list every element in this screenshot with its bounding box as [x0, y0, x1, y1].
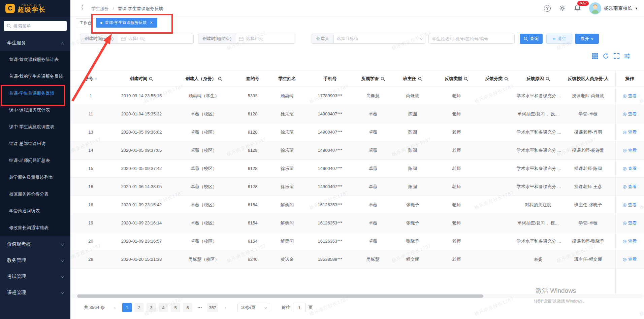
view-link[interactable]: ◎查看	[623, 93, 637, 99]
column-header[interactable]: 创建人（身份）	[172, 76, 236, 82]
creator-select[interactable]: 选择目标值 ∨	[333, 34, 425, 44]
column-search-icon[interactable]	[546, 77, 550, 81]
sidebar-item[interactable]: 结课-老师问题汇总表	[0, 152, 70, 169]
goto-page-input[interactable]	[293, 303, 306, 312]
sidebar-item[interactable]: 结课-总部结课回访	[0, 135, 70, 152]
prev-page-button[interactable]: ‹	[110, 303, 120, 312]
page-size-select[interactable]: 10条/页 ∨	[237, 303, 270, 312]
column-header[interactable]: 学生姓名	[269, 76, 305, 82]
horizontal-scrollbar-thumb[interactable]	[77, 294, 483, 298]
sidebar-section[interactable]: 价值观考核∨	[0, 236, 70, 252]
tab-first-lesson-feedback[interactable]: 首课-学生首课服务反馈 ✕	[96, 18, 157, 28]
view-link[interactable]: ◎查看	[623, 184, 637, 190]
column-search-icon[interactable]	[149, 77, 153, 81]
sidebar-item[interactable]: 首课-首次课程服务统计表	[0, 51, 70, 68]
table-cell: 2020-01-20 15:21:38	[111, 257, 172, 262]
sidebar-search-input[interactable]	[4, 21, 67, 31]
column-header[interactable]: 签约号	[236, 76, 269, 82]
column-header[interactable]: 操作	[615, 76, 644, 82]
search-icon	[7, 24, 11, 28]
clear-button[interactable]: ⊗ 清空	[546, 34, 572, 44]
sidebar-item[interactable]: 校区服务评价得分表	[0, 186, 70, 203]
query-button[interactable]: 查询	[520, 34, 543, 44]
table-cell: 6154	[236, 220, 269, 225]
view-link[interactable]: ◎查看	[623, 129, 637, 135]
breadcrumb-parent[interactable]: 学生服务	[91, 6, 109, 11]
page-ellipsis[interactable]: •••	[195, 303, 204, 312]
table-cell: 卓薇（校区）	[172, 184, 236, 190]
sidebar-item[interactable]: 修改家长沟通审核表	[0, 219, 70, 236]
table-cell: 6128	[236, 148, 269, 153]
page-button[interactable]: 2	[134, 303, 144, 312]
expand-button-label: 展开	[580, 36, 589, 42]
column-header-label: 序号	[85, 76, 93, 82]
column-search-icon[interactable]	[218, 77, 222, 81]
column-header[interactable]: 反馈类型	[434, 76, 478, 82]
view-link[interactable]: ◎查看	[623, 147, 637, 153]
column-header[interactable]: 班主任	[391, 76, 434, 82]
sidebar-item[interactable]: 课中-课程服务统计表	[0, 102, 70, 118]
sidebar-section-label: 学生服务	[7, 40, 26, 46]
start-date-picker[interactable]: 选择日期	[118, 34, 194, 44]
page-button[interactable]: 357	[207, 303, 218, 312]
sidebar-section[interactable]: 教务管理∨	[0, 252, 70, 269]
help-icon[interactable]: ?	[544, 5, 551, 12]
sidebar-section[interactable]: 考试管理∨	[0, 269, 70, 285]
sidebar-item[interactable]: 超学服务质量反馈列表	[0, 169, 70, 186]
tab-active-dot-icon	[100, 22, 102, 24]
sidebar-item[interactable]: 首课-我的学生首课服务反馈	[0, 68, 70, 85]
expand-button[interactable]: 展开 ∨	[575, 34, 599, 44]
user-menu[interactable]: 杨乐南京校长 ▼	[589, 2, 638, 14]
column-header[interactable]: 反馈分类	[478, 76, 515, 82]
page-button[interactable]: 6	[183, 303, 192, 312]
view-link[interactable]: ◎查看	[623, 220, 637, 226]
sort-icon[interactable]: ▲▼	[95, 77, 97, 80]
view-link[interactable]: ◎查看	[623, 111, 637, 117]
next-page-button[interactable]: ›	[221, 303, 230, 312]
page-button[interactable]: 4	[159, 303, 168, 312]
fullscreen-icon[interactable]	[613, 53, 620, 59]
chevron-down-icon: ∨	[60, 243, 64, 246]
end-date-picker[interactable]: 选择日期	[236, 34, 295, 44]
column-search-icon[interactable]	[504, 77, 509, 81]
windows-activation-title: 激活 Windows	[536, 286, 576, 295]
table-cell: 老师	[434, 93, 478, 99]
sidebar-item[interactable]: 学管沟通回访表	[0, 203, 70, 219]
view-link[interactable]: ◎查看	[623, 202, 637, 208]
column-header[interactable]: 反馈校区人员身份-人	[561, 76, 615, 82]
column-search-icon[interactable]	[381, 77, 385, 81]
student-search-input[interactable]	[428, 34, 515, 44]
page-button[interactable]: 5	[171, 303, 180, 312]
table-cell: 16126353***	[305, 239, 355, 244]
column-header[interactable]: 创建时间	[111, 76, 172, 82]
column-header[interactable]: 手机号	[305, 76, 355, 82]
sidebar-section[interactable]: 课程管理∨	[0, 285, 70, 301]
column-search-icon[interactable]	[418, 77, 422, 81]
refresh-icon[interactable]	[603, 53, 609, 59]
tab-close-icon[interactable]: ✕	[150, 21, 153, 25]
view-link[interactable]: ◎查看	[623, 238, 637, 244]
back-chevron-icon[interactable]: 〈	[77, 4, 84, 11]
sidebar-item[interactable]: 首课-学生首课服务反馈	[0, 85, 70, 102]
notifications[interactable]: 3657	[574, 4, 581, 13]
column-header[interactable]: 序号▲▼	[70, 76, 111, 82]
search-icon	[524, 37, 528, 41]
page-button[interactable]: 3	[147, 303, 156, 312]
column-settings-icon[interactable]	[624, 53, 631, 59]
tab-workbench[interactable]: 工作台	[76, 19, 95, 27]
column-header[interactable]: 反馈原因	[515, 76, 561, 82]
gear-icon[interactable]	[559, 5, 566, 12]
goto-suffix: 页	[309, 305, 313, 311]
page-button[interactable]: 1	[122, 303, 132, 312]
column-header[interactable]: 所属学管	[355, 76, 391, 82]
clear-button-label: 清空	[557, 36, 566, 42]
chevron-down-icon: ∨	[60, 259, 64, 262]
column-search-icon[interactable]	[464, 77, 468, 81]
sidebar-section[interactable]: 学生服务∧	[0, 35, 70, 51]
sidebar-item[interactable]: 课中-学生满意度调查表	[0, 118, 70, 135]
grid-view-icon[interactable]	[592, 53, 598, 59]
view-link[interactable]: ◎查看	[623, 256, 637, 262]
column-header-label: 反馈校区人员身份-人	[568, 76, 608, 82]
view-link[interactable]: ◎查看	[623, 166, 637, 172]
table-cell: ◎查看	[615, 202, 644, 208]
